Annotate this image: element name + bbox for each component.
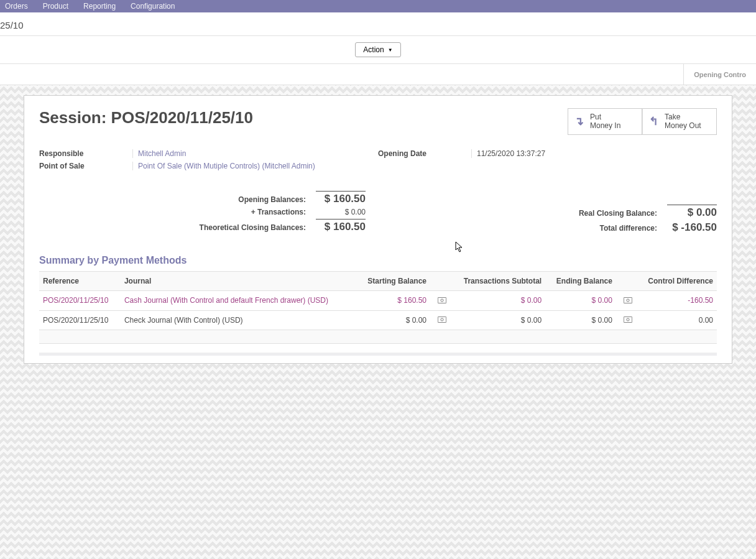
action-bar: Action ▼ [0,36,756,64]
col-reference: Reference [39,271,121,290]
status-stage-opening[interactable]: Opening Contro [683,64,756,85]
take-money-out-button[interactable]: ↰ Take Money Out [642,108,717,135]
payment-methods-table: Reference Journal Starting Balance Trans… [39,271,717,344]
cell-starting: $ 0.00 [356,310,430,330]
put-money-in-button[interactable]: ↴ Put Money In [568,108,642,135]
theoretical-label: Theoretical Closing Balances: [39,223,316,232]
cell-control: -160.50 [636,290,717,310]
cell-ending: $ 0.00 [545,310,616,330]
cell-journal: Check Journal (With Control) (USD) [121,310,356,330]
action-dropdown[interactable]: Action ▼ [355,42,400,57]
svg-rect-4 [438,317,446,323]
nav-configuration[interactable]: Configuration [131,2,175,11]
col-ending: Ending Balance [545,271,616,290]
col-starting: Starting Balance [356,271,430,290]
cash-icon [624,316,632,325]
cash-icon [624,297,632,305]
summary-title: Summary by Payment Methods [39,255,717,266]
svg-point-5 [441,318,443,321]
svg-rect-0 [438,297,446,303]
nav-product[interactable]: Product [43,2,68,11]
nav-reporting[interactable]: Reporting [83,2,116,11]
action-label: Action [363,45,384,54]
responsible-label: Responsible [39,149,132,158]
svg-point-1 [441,299,443,302]
breadcrumb: 25/10 [0,12,756,36]
top-nav: Orders Product Reporting Configuration [0,0,756,12]
opening-balances-value: $ 160.50 [316,191,366,205]
point-of-sale-link[interactable]: Point Of Sale (With Mutiple Controls) (M… [138,162,315,170]
put-money-in-label: Put Money In [590,113,620,131]
cash-detail-button[interactable] [616,290,636,310]
table-row[interactable]: POS/2020/11/25/10Cash Journal (With Cont… [39,290,717,310]
svg-rect-6 [624,317,632,323]
total-diff-value: $ -160.50 [667,221,717,234]
transactions-label: + Transactions: [39,208,316,216]
svg-point-7 [627,318,629,321]
svg-point-3 [627,299,629,302]
total-diff-label: Total difference: [390,224,667,233]
opening-balances-label: Opening Balances: [39,195,316,204]
real-closing-label: Real Closing Balance: [390,209,667,218]
col-journal: Journal [121,271,356,290]
cell-reference: POS/2020/11/25/10 [39,310,121,330]
cell-control: 0.00 [636,310,717,330]
breadcrumb-text: 25/10 [0,20,24,30]
responsible-link[interactable]: Mitchell Admin [138,149,186,158]
arrow-down-icon: ↴ [574,115,584,129]
status-bar: Opening Contro [0,64,756,85]
cell-journal: Cash Journal (With Control and default F… [121,290,356,310]
cell-starting: $ 160.50 [356,290,430,310]
real-closing-value: $ 0.00 [667,205,717,219]
take-money-out-label: Take Money Out [665,113,701,131]
table-row[interactable]: POS/2020/11/25/10Check Journal (With Con… [39,310,717,330]
cash-detail-button[interactable] [616,310,636,330]
session-title: Session: POS/2020/11/25/10 [39,108,253,127]
chevron-down-icon: ▼ [388,47,393,53]
cash-icon [438,297,446,305]
arrow-up-icon: ↰ [649,115,658,129]
col-control: Control Difference [636,271,717,290]
cash-detail-button[interactable] [430,310,450,330]
opening-date-label: Opening Date [378,149,471,158]
col-transactions: Transactions Subtotal [450,271,545,290]
nav-orders[interactable]: Orders [5,2,28,11]
cash-icon [438,316,446,325]
svg-rect-2 [624,297,632,303]
cell-transactions: $ 0.00 [450,290,545,310]
cell-transactions: $ 0.00 [450,310,545,330]
opening-date-value: 11/25/2020 13:37:27 [471,149,717,158]
cell-reference: POS/2020/11/25/10 [39,290,121,310]
cash-detail-button[interactable] [430,290,450,310]
transactions-value: $ 0.00 [316,208,366,216]
cell-ending: $ 0.00 [545,290,616,310]
point-of-sale-label: Point of Sale [39,162,132,170]
theoretical-value: $ 160.50 [316,219,366,233]
form-sheet: Session: POS/2020/11/25/10 ↴ Put Money I… [24,95,732,364]
